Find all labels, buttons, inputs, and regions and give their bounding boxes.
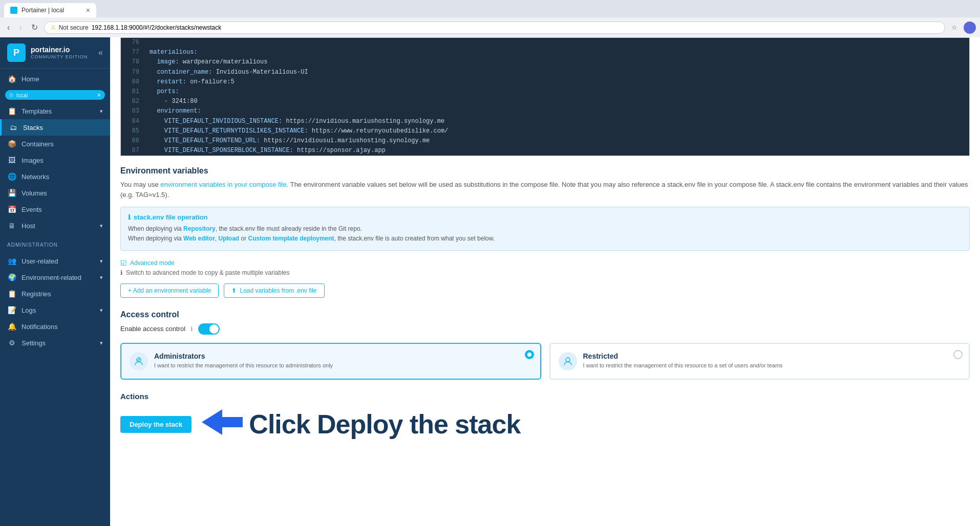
sidebar-item-host[interactable]: 🖥 Host ▾: [0, 217, 110, 234]
sidebar-item-stacks[interactable]: 🗂 Stacks: [0, 119, 110, 136]
role-radio-administrators[interactable]: [525, 350, 534, 359]
role-info: Administrators I want to restrict the ma…: [154, 352, 333, 368]
code-line: 86 VITE_DEFAULT_FRONTEND_URL: https://in…: [121, 136, 969, 146]
line-number: 84: [121, 117, 145, 126]
host-icon: 🖥: [7, 222, 16, 230]
back-button[interactable]: ‹: [4, 21, 13, 34]
deploy-row: Deploy the stack Click Deploy the stack: [120, 407, 970, 442]
code-line: 77materialious:: [121, 48, 969, 57]
code-line: 85 VITE_DEFAULT_RETURNYTDISLIKES_INSTANC…: [121, 126, 969, 136]
templates-icon: 📋: [7, 107, 16, 115]
browser-chrome: Portainer | local ×: [0, 0, 980, 17]
deploy-stack-button[interactable]: Deploy the stack: [120, 416, 191, 433]
address-bar[interactable]: ⚠ Not secure 192.168.1.18:9000/#!/2/dock…: [44, 21, 945, 34]
sidebar-item-events[interactable]: 📅 Events: [0, 201, 110, 217]
sidebar-item-networks[interactable]: 🌐 Networks: [0, 168, 110, 185]
networks-icon: 🌐: [7, 172, 16, 181]
sidebar-logo: P portainer.io COMMUNITY EDITION «: [0, 37, 110, 69]
role-title: Administrators: [154, 352, 333, 360]
env-desc-start: You may use: [120, 181, 160, 188]
settings-icon: ⚙: [7, 339, 16, 347]
access-info-icon: ℹ: [190, 325, 193, 333]
role-card-restricted[interactable]: Restricted I want to restrict the manage…: [549, 343, 970, 380]
sidebar-item-label: Images: [22, 157, 44, 164]
sidebar-item-label: Containers: [22, 140, 54, 148]
volumes-icon: 💾: [7, 189, 16, 197]
sidebar-item-images[interactable]: 🖼 Images: [0, 152, 110, 168]
stacks-icon: 🗂: [9, 123, 18, 132]
sidebar-item-label: Networks: [22, 173, 49, 181]
sidebar-item-label: Stacks: [23, 124, 43, 132]
reload-button[interactable]: ↻: [28, 20, 41, 34]
line-number: 85: [121, 126, 145, 136]
role-card-administrators[interactable]: Administrators I want to restrict the ma…: [120, 343, 541, 380]
sidebar-item-environment-related[interactable]: 🌍 Environment-related ▾: [0, 269, 110, 286]
env-name: local: [16, 92, 28, 98]
advanced-mode-switch: ℹ Switch to advanced mode to copy & past…: [120, 269, 970, 276]
advanced-mode-checkbox[interactable]: ☑ Advanced mode: [120, 259, 970, 267]
sidebar-item-user-related[interactable]: 👥 User-related ▾: [0, 253, 110, 269]
access-control-toggle[interactable]: [198, 323, 220, 335]
line-number: 81: [121, 87, 145, 97]
line-content: VITE_DEFAULT_SPONSERBLOCK_INSTANCE: http…: [145, 146, 969, 156]
notifications-icon: 🔔: [7, 322, 16, 331]
code-line: 79 container_name: Invidious-Materialiou…: [121, 68, 969, 77]
sidebar-item-containers[interactable]: 📦 Containers: [0, 136, 110, 152]
browser-tab-active[interactable]: Portainer | local ×: [4, 3, 96, 17]
tab-close-button[interactable]: ×: [86, 6, 90, 14]
bookmark-icon[interactable]: ☆: [948, 21, 961, 33]
sidebar-nav-section: 🏠 Home local × 📋 Templates ▾ 🗂 Stacks 📦 …: [0, 69, 110, 236]
sidebar-item-label: Registries: [22, 290, 51, 298]
registries-icon: 📋: [7, 290, 16, 298]
sidebar-collapse-button[interactable]: «: [98, 48, 103, 57]
actions-title: Actions: [120, 392, 970, 401]
line-content: [145, 38, 969, 48]
sidebar-item-volumes[interactable]: 💾 Volumes: [0, 185, 110, 201]
actions-section: Actions Deploy the stack Click Deploy th…: [120, 392, 970, 442]
line-number: 86: [121, 136, 145, 146]
line-number: 83: [121, 106, 145, 116]
logo-icon: P: [7, 43, 26, 62]
env-desc-link[interactable]: environment variables in your compose fi…: [160, 181, 286, 188]
load-env-file-button[interactable]: ⬆ Load variables from .env file: [224, 283, 324, 298]
sidebar-item-registries[interactable]: 📋 Registries: [0, 286, 110, 302]
add-env-variable-button[interactable]: + Add an environment variable: [120, 283, 219, 298]
user-related-icon: 👥: [7, 257, 16, 265]
env-section-desc: You may use environment variables in you…: [120, 180, 970, 200]
click-annotation: Click Deploy the stack: [202, 407, 520, 442]
role-desc: I want to restrict the management of thi…: [154, 362, 333, 368]
line-content: container_name: Invidious-Materialious-U…: [145, 68, 969, 77]
sidebar-item-home[interactable]: 🏠 Home: [0, 71, 110, 87]
env-badge: local ×: [5, 90, 105, 100]
chevron-down-icon: ▾: [100, 307, 103, 314]
env-dot: [9, 93, 13, 97]
info-box-title: ℹ stack.env file operation: [128, 213, 962, 221]
sidebar-item-label: Logs: [22, 306, 36, 314]
sidebar-item-label: Settings: [22, 339, 46, 347]
code-line: 80 restart: on-failure:5: [121, 77, 969, 87]
code-line: 76: [121, 38, 969, 48]
sidebar-item-label: Environment-related: [22, 274, 81, 281]
sidebar-item-settings[interactable]: ⚙ Settings ▾: [0, 335, 110, 351]
sidebar-item-logs[interactable]: 📝 Logs ▾: [0, 302, 110, 318]
compose-editor[interactable]: 7677materialious:78 image: wardpearce/ma…: [120, 37, 970, 156]
line-number: 82: [121, 97, 145, 106]
sidebar-item-notifications[interactable]: 🔔 Notifications: [0, 318, 110, 335]
browser-toolbar: ‹ › ↻ ⚠ Not secure 192.168.1.18:9000/#!/…: [0, 17, 980, 37]
info-circle-icon: ℹ: [128, 213, 131, 221]
role-radio-restricted[interactable]: [953, 350, 963, 359]
line-number: 87: [121, 146, 145, 156]
env-close-button[interactable]: ×: [97, 91, 101, 99]
restricted-icon: [559, 352, 577, 370]
forward-button[interactable]: ›: [16, 21, 25, 34]
code-line: 84 VITE_DEFAULT_INVIDIOUS_INSTANCE: http…: [121, 117, 969, 126]
sidebar-item-templates[interactable]: 📋 Templates ▾: [0, 103, 110, 119]
env-section-title: Environment variables: [120, 166, 970, 176]
chevron-down-icon: ▾: [100, 108, 103, 115]
svg-point-2: [566, 358, 570, 362]
info-box-body: When deploying via Repository, the stack…: [128, 224, 962, 244]
line-number: 80: [121, 77, 145, 87]
stackenv-info-box: ℹ stack.env file operation When deployin…: [120, 207, 970, 250]
chevron-down-icon: ▾: [100, 274, 103, 281]
profile-avatar[interactable]: [964, 21, 976, 34]
